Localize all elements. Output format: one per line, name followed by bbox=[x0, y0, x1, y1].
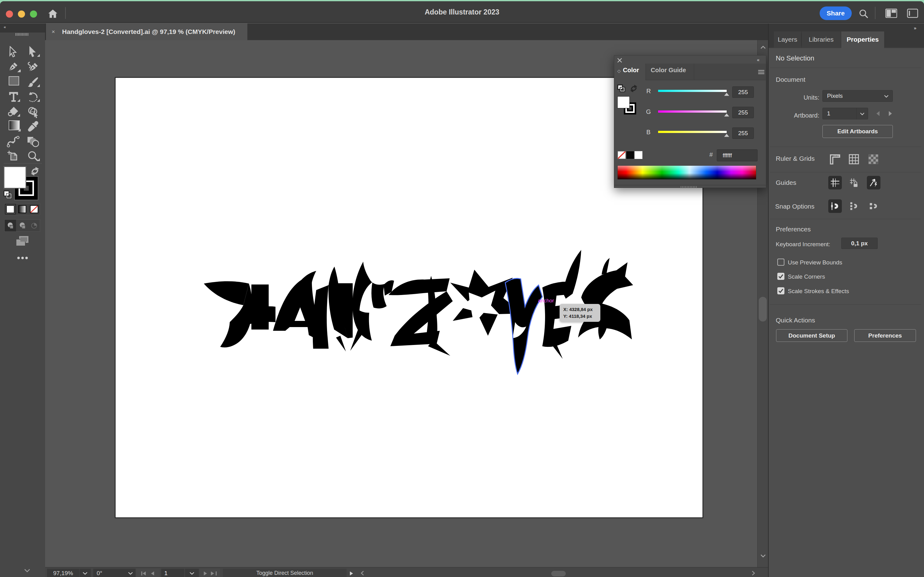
svg-text:anchor: anchor bbox=[538, 298, 554, 304]
